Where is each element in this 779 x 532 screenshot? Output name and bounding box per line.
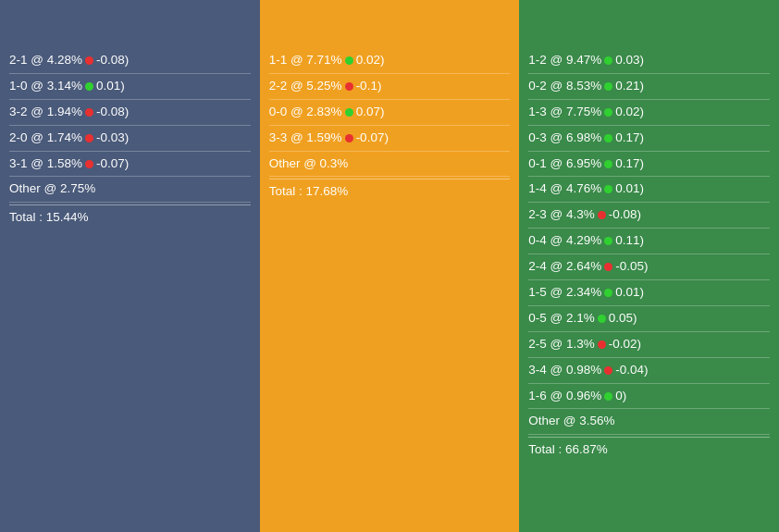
list-item: 2-2 @ 5.25% -0.1) xyxy=(269,74,511,100)
down-icon xyxy=(85,56,93,65)
total-item: Total : 66.87% xyxy=(528,437,770,463)
other-item: Other @ 3.56% xyxy=(528,409,770,435)
down-icon xyxy=(345,82,353,91)
list-item: 1-0 @ 3.14% 0.01) xyxy=(9,74,251,100)
draw-column: 1-1 @ 7.71% 0.02)2-2 @ 5.25% -0.1)0-0 @ … xyxy=(260,43,520,532)
list-item: 1-4 @ 4.76% 0.01) xyxy=(528,177,770,203)
up-icon xyxy=(604,289,612,297)
list-item: 1-1 @ 7.71% 0.02) xyxy=(269,48,511,74)
list-item: 2-5 @ 1.3% -0.02) xyxy=(528,332,770,358)
up-icon xyxy=(604,185,612,193)
other-item: Other @ 0.3% xyxy=(269,152,511,178)
list-item: 2-0 @ 1.74% -0.03) xyxy=(9,126,251,152)
list-item: 0-3 @ 6.98% 0.17) xyxy=(528,126,770,152)
total-item: Total : 15.44% xyxy=(9,204,251,230)
down-icon xyxy=(598,211,606,219)
down-icon xyxy=(85,108,93,117)
up-icon xyxy=(604,160,612,168)
up-icon xyxy=(345,56,353,65)
list-item: 1-2 @ 9.47% 0.03) xyxy=(528,48,770,74)
list-item: 1-5 @ 2.34% 0.01) xyxy=(528,280,770,306)
manchester-column: 1-2 @ 9.47% 0.03)0-2 @ 8.53% 0.21)1-3 @ … xyxy=(519,43,779,532)
list-item: 3-3 @ 1.59% -0.07) xyxy=(269,126,511,152)
down-icon xyxy=(598,340,606,349)
list-item: 0-4 @ 4.29% 0.11) xyxy=(528,229,770,254)
header-draw xyxy=(260,0,520,43)
down-icon xyxy=(604,366,612,375)
down-icon xyxy=(604,263,612,271)
list-item: 0-5 @ 2.1% 0.05) xyxy=(528,306,770,332)
list-item: 0-1 @ 6.95% 0.17) xyxy=(528,152,770,178)
header-fulham xyxy=(0,0,260,43)
up-icon xyxy=(345,108,353,117)
list-item: 1-6 @ 0.96% 0) xyxy=(528,384,770,410)
up-icon xyxy=(604,56,612,65)
up-icon xyxy=(604,237,612,245)
list-item: 2-1 @ 4.28% -0.08) xyxy=(9,48,251,74)
list-item: 2-4 @ 2.64% -0.05) xyxy=(528,254,770,280)
up-icon xyxy=(604,392,612,401)
total-item: Total : 17.68% xyxy=(269,179,511,204)
up-icon xyxy=(604,108,612,117)
up-icon xyxy=(85,82,93,91)
list-item: 2-3 @ 4.3% -0.08) xyxy=(528,203,770,229)
up-icon xyxy=(604,82,612,91)
list-item: 0-2 @ 8.53% 0.21) xyxy=(528,74,770,100)
up-icon xyxy=(598,315,606,323)
down-icon xyxy=(85,134,93,142)
down-icon xyxy=(345,134,353,142)
list-item: 3-4 @ 0.98% -0.04) xyxy=(528,358,770,384)
list-item: 3-2 @ 1.94% -0.08) xyxy=(9,100,251,126)
down-icon xyxy=(85,160,93,168)
up-icon xyxy=(604,134,612,142)
other-item: Other @ 2.75% xyxy=(9,177,251,203)
fulham-column: 2-1 @ 4.28% -0.08)1-0 @ 3.14% 0.01)3-2 @… xyxy=(0,43,260,532)
list-item: 1-3 @ 7.75% 0.02) xyxy=(528,100,770,126)
list-item: 3-1 @ 1.58% -0.07) xyxy=(9,152,251,178)
list-item: 0-0 @ 2.83% 0.07) xyxy=(269,100,511,126)
header-manchester xyxy=(519,0,779,43)
